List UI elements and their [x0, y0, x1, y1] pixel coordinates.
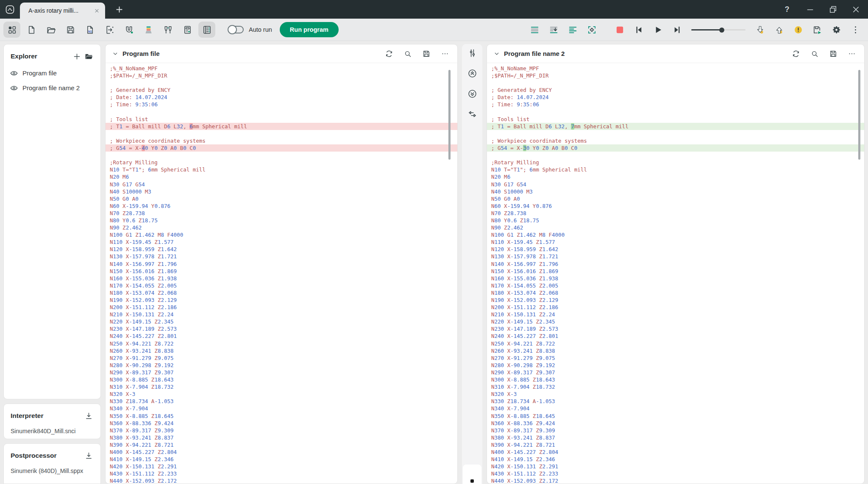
explorer-item[interactable]: Program file — [4, 66, 100, 80]
code-line[interactable]: ; Workpiece coordinate systems — [106, 137, 457, 144]
postprocessor-download-button[interactable] — [83, 450, 95, 462]
maximize-button[interactable] — [826, 3, 839, 16]
code-line[interactable] — [106, 130, 457, 137]
code-line[interactable]: N340 X-7.904 — [487, 405, 864, 412]
collapse-up-button[interactable] — [464, 65, 480, 81]
insert-file-button[interactable] — [101, 22, 118, 38]
goto-line-button[interactable] — [545, 22, 562, 38]
collapse-panel-button[interactable] — [491, 48, 502, 59]
structure-lines-button[interactable] — [526, 22, 543, 38]
code-line-diff[interactable]: ; T1 = Ball mill D6 L32, 7mm Spherical m… — [487, 123, 864, 130]
code-line[interactable]: N280 X-90.298 Z9.192 — [106, 362, 457, 369]
format-lines-button[interactable] — [564, 22, 581, 38]
code-line[interactable]: N440 X-152.093 Z2.172 — [106, 477, 457, 484]
code-line[interactable]: ; Tools list — [487, 116, 864, 123]
code-line[interactable]: N80 Y0.6 Z18.75 — [487, 217, 864, 224]
code-line[interactable]: ;Rotary Milling — [106, 159, 457, 166]
code-line[interactable]: N240 X-145.227 Z2.801 — [106, 332, 457, 340]
divider-handle[interactable] — [463, 465, 481, 484]
close-button[interactable] — [849, 3, 862, 16]
code-line[interactable]: N310 X-7.904 Z18.732 — [487, 383, 864, 390]
slider-knob[interactable] — [719, 28, 724, 33]
save-button[interactable] — [62, 22, 79, 38]
code-line[interactable]: N90 Z2.462 — [106, 224, 457, 231]
code-line[interactable]: N280 X-90.298 Z9.192 — [487, 362, 864, 369]
code-line[interactable]: N440 X-152.093 Z2.172 — [487, 477, 864, 484]
minimize-button[interactable] — [804, 3, 816, 16]
code-line[interactable]: N260 X-93.241 Z8.838 — [487, 347, 864, 354]
code-line[interactable]: N170 X-154.055 Z2.005 — [487, 282, 864, 289]
skip-end-button[interactable] — [668, 22, 685, 38]
warning-button[interactable] — [790, 22, 807, 38]
code-line[interactable]: N210 X-150.131 Z2.24 — [106, 311, 457, 318]
code-line[interactable]: ; Generated by ENCY — [106, 86, 457, 94]
new-tab-button[interactable] — [112, 2, 126, 17]
code-editor[interactable]: ;%_N_NoName_MPF;$PATH=/_N_MPF_DIR; Gener… — [487, 63, 864, 484]
code-line[interactable]: N100 G1 Z1.462 M8 F4000 — [487, 231, 864, 238]
editor-view-button[interactable] — [198, 22, 215, 38]
code-line[interactable]: N160 X-155.036 Z1.938 — [487, 275, 864, 282]
code-line[interactable]: N180 X-153.074 Z2.068 — [106, 289, 457, 296]
sim-up-button[interactable] — [771, 22, 787, 38]
code-line[interactable]: ; Generated by ENCY — [487, 86, 864, 94]
tab-close-icon[interactable] — [92, 6, 101, 15]
kebab-menu-button[interactable] — [847, 22, 864, 38]
open-folder-button[interactable] — [83, 50, 95, 62]
open-folder-button[interactable] — [42, 22, 59, 38]
save-button[interactable] — [827, 47, 840, 60]
code-line[interactable]: N420 X-150.131 Z2.291 — [106, 463, 457, 470]
help-button[interactable]: ? — [781, 3, 793, 16]
code-line[interactable]: N20 M6 — [106, 173, 457, 180]
simulation-speed-slider[interactable] — [691, 25, 746, 34]
swap-button[interactable] — [464, 106, 480, 122]
code-line[interactable]: N270 X-91.279 Z9.075 — [487, 354, 864, 362]
code-line[interactable]: N110 X-159.45 Z1.577 — [487, 238, 864, 246]
code-line[interactable]: N430 X-151.112 Z2.233 — [487, 470, 864, 477]
sync-button[interactable] — [383, 47, 395, 60]
code-line[interactable]: N420 X-150.131 Z2.291 — [487, 463, 864, 470]
more-button[interactable] — [846, 47, 858, 60]
code-line[interactable]: N140 X-156.997 Z1.796 — [106, 260, 457, 268]
code-line[interactable]: N380 X-93.241 Z8.837 — [487, 434, 864, 441]
calculator-button[interactable] — [179, 22, 196, 38]
code-line[interactable]: N320 X-3 — [106, 390, 457, 398]
code-line[interactable] — [106, 79, 457, 86]
code-line[interactable]: N340 X-7.904 — [106, 405, 457, 412]
code-line[interactable]: N180 X-153.074 Z2.068 — [487, 289, 864, 296]
tools-button[interactable] — [159, 22, 176, 38]
code-line[interactable]: N200 X-151.112 Z2.186 — [487, 304, 864, 311]
add-file-button[interactable] — [71, 50, 83, 62]
code-line[interactable]: N40 S10000 M3 — [106, 188, 457, 195]
code-line[interactable]: N40 S10000 M3 — [487, 188, 864, 195]
code-line[interactable]: N80 Y0.6 Z18.75 — [106, 217, 457, 224]
code-line[interactable]: N290 X-89.317 Z9.307 — [106, 369, 457, 376]
code-line[interactable]: N10 T="T1"; 6mm Spherical mill — [487, 166, 864, 173]
code-editor[interactable]: ;%_N_NoName_MPF;$PATH=/_N_MPF_DIR; Gener… — [106, 63, 457, 484]
code-line[interactable]: ; Time: 9:35:06 — [487, 101, 864, 108]
code-line[interactable]: N90 Z2.462 — [487, 224, 864, 231]
code-line[interactable]: N110 X-159.45 Z1.577 — [106, 238, 457, 246]
search-button[interactable] — [808, 47, 821, 60]
magnet-button[interactable] — [120, 22, 137, 38]
sim-down-button[interactable] — [751, 22, 768, 38]
code-line[interactable]: N140 X-156.997 Z1.796 — [487, 260, 864, 268]
document-tab[interactable]: A-axis rotary milli... — [20, 3, 105, 19]
code-line[interactable]: N350 X-8.885 Z18.645 — [487, 412, 864, 420]
code-line[interactable] — [106, 108, 457, 116]
code-line[interactable]: N200 X-151.112 Z2.186 — [106, 304, 457, 311]
code-line[interactable]: N10 T="T1"; 6mm Spherical mill — [106, 166, 457, 173]
code-line[interactable]: N150 X-156.016 Z1.869 — [487, 268, 864, 275]
code-line[interactable]: N190 X-152.093 Z2.129 — [487, 296, 864, 304]
code-line[interactable]: N120 X-158.959 Z1.642 — [487, 246, 864, 253]
code-line[interactable]: N410 X-149.15 Z2.346 — [106, 456, 457, 463]
code-line[interactable]: ;%_N_NoName_MPF — [487, 65, 864, 72]
code-line[interactable]: N360 X-88.336 Z9.424 — [487, 420, 864, 427]
code-line[interactable] — [487, 130, 864, 137]
layers-button[interactable] — [140, 22, 157, 38]
gear-frame-button[interactable] — [583, 22, 600, 38]
code-line[interactable]: N60 X-159.94 Y0.876 — [106, 202, 457, 210]
code-line[interactable] — [487, 152, 864, 159]
code-scrollbar[interactable] — [858, 70, 860, 160]
code-line[interactable]: N380 X-93.241 Z8.837 — [106, 434, 457, 441]
code-line[interactable]: N260 X-93.241 Z8.838 — [106, 347, 457, 354]
